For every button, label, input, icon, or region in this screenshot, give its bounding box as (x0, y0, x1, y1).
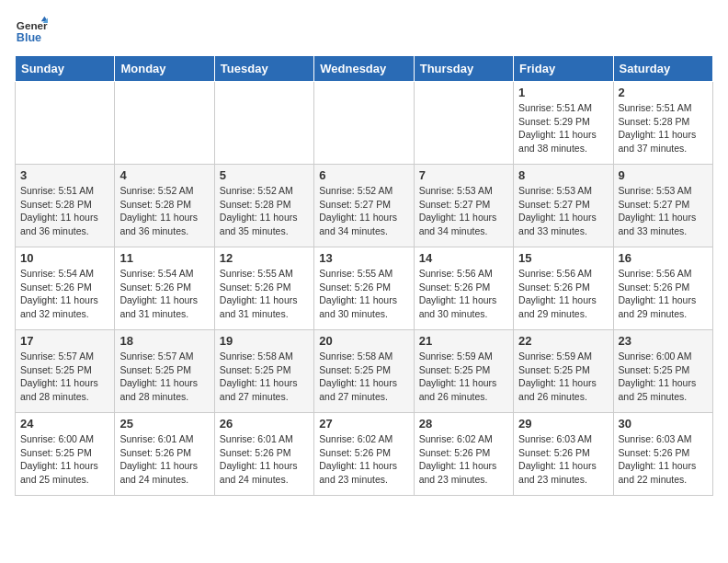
calendar-cell: 8Sunrise: 5:53 AM Sunset: 5:27 PM Daylig… (514, 165, 613, 247)
day-number: 16 (619, 251, 708, 265)
day-content: Sunrise: 5:54 AM Sunset: 5:26 PM Dayligh… (20, 267, 109, 321)
calendar-cell: 1Sunrise: 5:51 AM Sunset: 5:29 PM Daylig… (514, 82, 613, 165)
day-header-friday: Friday (514, 56, 613, 82)
day-number: 20 (319, 334, 408, 348)
day-header-saturday: Saturday (613, 56, 712, 82)
calendar-cell: 4Sunrise: 5:52 AM Sunset: 5:28 PM Daylig… (115, 165, 214, 247)
day-number: 12 (220, 251, 309, 265)
day-number: 6 (319, 168, 408, 182)
calendar-cell: 15Sunrise: 5:56 AM Sunset: 5:26 PM Dayli… (514, 247, 613, 330)
calendar-cell: 20Sunrise: 5:58 AM Sunset: 5:25 PM Dayli… (314, 330, 414, 413)
day-content: Sunrise: 5:52 AM Sunset: 5:28 PM Dayligh… (119, 184, 209, 238)
day-number: 22 (518, 334, 608, 348)
day-number: 17 (20, 334, 109, 348)
day-content: Sunrise: 5:55 AM Sunset: 5:26 PM Dayligh… (220, 267, 309, 321)
day-header-wednesday: Wednesday (314, 56, 414, 82)
calendar-cell (16, 82, 115, 165)
calendar-cell (214, 82, 313, 165)
calendar-cell: 26Sunrise: 6:01 AM Sunset: 5:26 PM Dayli… (214, 413, 313, 496)
day-number: 26 (220, 417, 309, 431)
day-number: 8 (518, 168, 608, 182)
day-number: 27 (319, 417, 408, 431)
day-number: 18 (119, 334, 209, 348)
day-number: 15 (518, 251, 608, 265)
calendar-cell: 18Sunrise: 5:57 AM Sunset: 5:25 PM Dayli… (115, 330, 214, 413)
calendar-table: SundayMondayTuesdayWednesdayThursdayFrid… (15, 55, 713, 496)
calendar-cell: 28Sunrise: 6:02 AM Sunset: 5:26 PM Dayli… (414, 413, 513, 496)
day-content: Sunrise: 6:01 AM Sunset: 5:26 PM Dayligh… (119, 432, 209, 487)
day-content: Sunrise: 5:53 AM Sunset: 5:27 PM Dayligh… (419, 184, 508, 238)
day-content: Sunrise: 5:53 AM Sunset: 5:27 PM Dayligh… (518, 184, 608, 238)
day-content: Sunrise: 6:00 AM Sunset: 5:25 PM Dayligh… (20, 432, 109, 487)
day-number: 13 (319, 251, 408, 265)
day-content: Sunrise: 5:59 AM Sunset: 5:25 PM Dayligh… (419, 350, 508, 404)
calendar-cell: 6Sunrise: 5:52 AM Sunset: 5:27 PM Daylig… (314, 165, 414, 247)
calendar-cell: 17Sunrise: 5:57 AM Sunset: 5:25 PM Dayli… (16, 330, 115, 413)
day-content: Sunrise: 5:54 AM Sunset: 5:26 PM Dayligh… (119, 267, 209, 321)
day-number: 3 (20, 168, 109, 182)
day-number: 4 (119, 168, 209, 182)
calendar-week-row: 24Sunrise: 6:00 AM Sunset: 5:25 PM Dayli… (16, 413, 713, 496)
calendar-cell: 3Sunrise: 5:51 AM Sunset: 5:28 PM Daylig… (16, 165, 115, 247)
logo-icon: General Blue (15, 15, 48, 48)
day-number: 19 (220, 334, 309, 348)
day-number: 1 (518, 86, 608, 99)
day-number: 30 (619, 417, 708, 431)
day-content: Sunrise: 6:00 AM Sunset: 5:25 PM Dayligh… (619, 350, 708, 404)
day-content: Sunrise: 5:58 AM Sunset: 5:25 PM Dayligh… (220, 350, 309, 404)
calendar-cell: 14Sunrise: 5:56 AM Sunset: 5:26 PM Dayli… (414, 247, 513, 330)
calendar-cell: 16Sunrise: 5:56 AM Sunset: 5:26 PM Dayli… (613, 247, 712, 330)
calendar-week-row: 17Sunrise: 5:57 AM Sunset: 5:25 PM Dayli… (16, 330, 713, 413)
day-number: 9 (619, 168, 708, 182)
day-number: 24 (20, 417, 109, 431)
day-content: Sunrise: 6:03 AM Sunset: 5:26 PM Dayligh… (518, 432, 608, 487)
day-number: 14 (419, 251, 508, 265)
day-number: 7 (419, 168, 508, 182)
day-number: 25 (119, 417, 209, 431)
day-number: 10 (20, 251, 109, 265)
day-number: 28 (419, 417, 508, 431)
calendar-cell: 21Sunrise: 5:59 AM Sunset: 5:25 PM Dayli… (414, 330, 513, 413)
day-content: Sunrise: 6:01 AM Sunset: 5:26 PM Dayligh… (220, 432, 309, 487)
calendar-cell: 11Sunrise: 5:54 AM Sunset: 5:26 PM Dayli… (115, 247, 214, 330)
calendar-cell: 19Sunrise: 5:58 AM Sunset: 5:25 PM Dayli… (214, 330, 313, 413)
svg-text:Blue: Blue (17, 31, 41, 44)
day-header-sunday: Sunday (16, 56, 115, 82)
calendar-cell: 25Sunrise: 6:01 AM Sunset: 5:26 PM Dayli… (115, 413, 214, 496)
day-content: Sunrise: 6:02 AM Sunset: 5:26 PM Dayligh… (419, 432, 508, 487)
day-content: Sunrise: 5:53 AM Sunset: 5:27 PM Dayligh… (619, 184, 708, 238)
day-content: Sunrise: 5:52 AM Sunset: 5:27 PM Dayligh… (319, 184, 408, 238)
calendar-cell: 27Sunrise: 6:02 AM Sunset: 5:26 PM Dayli… (314, 413, 414, 496)
day-number: 2 (619, 86, 708, 99)
day-header-monday: Monday (115, 56, 214, 82)
calendar-cell: 10Sunrise: 5:54 AM Sunset: 5:26 PM Dayli… (16, 247, 115, 330)
day-content: Sunrise: 6:03 AM Sunset: 5:26 PM Dayligh… (619, 432, 708, 487)
calendar-cell: 22Sunrise: 5:59 AM Sunset: 5:25 PM Dayli… (514, 330, 613, 413)
day-number: 29 (518, 417, 608, 431)
calendar-week-row: 1Sunrise: 5:51 AM Sunset: 5:29 PM Daylig… (16, 82, 713, 165)
calendar-cell: 13Sunrise: 5:55 AM Sunset: 5:26 PM Dayli… (314, 247, 414, 330)
day-content: Sunrise: 5:59 AM Sunset: 5:25 PM Dayligh… (518, 350, 608, 404)
day-number: 21 (419, 334, 508, 348)
calendar-cell: 29Sunrise: 6:03 AM Sunset: 5:26 PM Dayli… (514, 413, 613, 496)
day-content: Sunrise: 5:51 AM Sunset: 5:28 PM Dayligh… (619, 101, 708, 155)
calendar-cell (414, 82, 513, 165)
day-number: 11 (119, 251, 209, 265)
calendar-cell (115, 82, 214, 165)
day-content: Sunrise: 5:57 AM Sunset: 5:25 PM Dayligh… (119, 350, 209, 404)
calendar-cell: 2Sunrise: 5:51 AM Sunset: 5:28 PM Daylig… (613, 82, 712, 165)
day-header-tuesday: Tuesday (214, 56, 313, 82)
calendar-cell: 9Sunrise: 5:53 AM Sunset: 5:27 PM Daylig… (613, 165, 712, 247)
logo: General Blue (15, 15, 48, 48)
day-header-thursday: Thursday (414, 56, 513, 82)
calendar-week-row: 3Sunrise: 5:51 AM Sunset: 5:28 PM Daylig… (16, 165, 713, 247)
page-header: General Blue (15, 15, 713, 48)
calendar-cell: 5Sunrise: 5:52 AM Sunset: 5:28 PM Daylig… (214, 165, 313, 247)
day-content: Sunrise: 5:56 AM Sunset: 5:26 PM Dayligh… (619, 267, 708, 321)
day-content: Sunrise: 5:58 AM Sunset: 5:25 PM Dayligh… (319, 350, 408, 404)
day-content: Sunrise: 5:57 AM Sunset: 5:25 PM Dayligh… (20, 350, 109, 404)
day-content: Sunrise: 6:02 AM Sunset: 5:26 PM Dayligh… (319, 432, 408, 487)
day-content: Sunrise: 5:51 AM Sunset: 5:28 PM Dayligh… (20, 184, 109, 238)
calendar-cell (314, 82, 414, 165)
calendar-cell: 30Sunrise: 6:03 AM Sunset: 5:26 PM Dayli… (613, 413, 712, 496)
